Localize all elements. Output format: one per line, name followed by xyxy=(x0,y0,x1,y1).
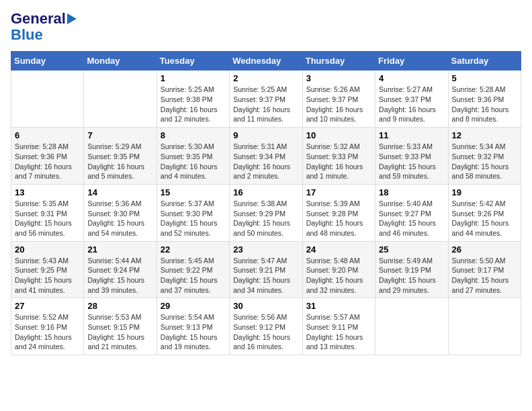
page-header: General Blue xyxy=(11,11,521,43)
day-number: 30 xyxy=(233,301,298,311)
header-sunday: Sunday xyxy=(11,52,84,71)
day-info: Sunrise: 5:29 AM Sunset: 9:35 PM Dayligh… xyxy=(87,142,152,181)
day-number: 1 xyxy=(161,73,226,83)
day-number: 5 xyxy=(452,73,517,83)
calendar-cell: 3Sunrise: 5:26 AM Sunset: 9:37 PM Daylig… xyxy=(302,71,375,128)
day-info: Sunrise: 5:28 AM Sunset: 9:36 PM Dayligh… xyxy=(15,142,80,181)
calendar-cell: 9Sunrise: 5:31 AM Sunset: 9:34 PM Daylig… xyxy=(230,128,302,185)
day-number: 4 xyxy=(379,73,444,83)
calendar-cell: 27Sunrise: 5:52 AM Sunset: 9:16 PM Dayli… xyxy=(11,298,84,355)
day-number: 11 xyxy=(379,130,444,140)
day-number: 31 xyxy=(306,301,371,311)
calendar-week-5: 27Sunrise: 5:52 AM Sunset: 9:16 PM Dayli… xyxy=(11,298,521,355)
day-info: Sunrise: 5:45 AM Sunset: 9:22 PM Dayligh… xyxy=(161,256,226,295)
day-info: Sunrise: 5:40 AM Sunset: 9:27 PM Dayligh… xyxy=(379,199,444,238)
day-info: Sunrise: 5:34 AM Sunset: 9:32 PM Dayligh… xyxy=(452,142,517,181)
day-number: 19 xyxy=(452,187,517,197)
day-info: Sunrise: 5:48 AM Sunset: 9:20 PM Dayligh… xyxy=(306,256,371,295)
day-info: Sunrise: 5:39 AM Sunset: 9:28 PM Dayligh… xyxy=(306,199,371,238)
day-number: 2 xyxy=(233,73,298,83)
calendar-cell xyxy=(375,298,448,355)
header-monday: Monday xyxy=(84,52,157,71)
calendar-week-4: 20Sunrise: 5:43 AM Sunset: 9:25 PM Dayli… xyxy=(11,241,521,298)
day-number: 10 xyxy=(306,130,371,140)
calendar-week-1: 1Sunrise: 5:25 AM Sunset: 9:38 PM Daylig… xyxy=(11,71,521,128)
day-number: 9 xyxy=(233,130,298,140)
calendar-cell: 1Sunrise: 5:25 AM Sunset: 9:38 PM Daylig… xyxy=(157,71,229,128)
header-saturday: Saturday xyxy=(448,52,521,71)
day-number: 17 xyxy=(306,187,371,197)
day-number: 28 xyxy=(87,301,152,311)
day-info: Sunrise: 5:49 AM Sunset: 9:19 PM Dayligh… xyxy=(379,256,444,295)
calendar-cell: 11Sunrise: 5:33 AM Sunset: 9:33 PM Dayli… xyxy=(375,128,448,185)
day-number: 20 xyxy=(15,244,80,255)
calendar-table: SundayMondayTuesdayWednesdayThursdayFrid… xyxy=(11,51,521,355)
calendar-cell: 29Sunrise: 5:54 AM Sunset: 9:13 PM Dayli… xyxy=(157,298,229,355)
calendar-cell: 24Sunrise: 5:48 AM Sunset: 9:20 PM Dayli… xyxy=(302,241,375,298)
day-info: Sunrise: 5:56 AM Sunset: 9:12 PM Dayligh… xyxy=(233,312,298,352)
day-info: Sunrise: 5:54 AM Sunset: 9:13 PM Dayligh… xyxy=(161,312,226,352)
calendar-cell: 7Sunrise: 5:29 AM Sunset: 9:35 PM Daylig… xyxy=(84,128,157,185)
day-number: 15 xyxy=(161,187,226,197)
day-number: 29 xyxy=(161,301,226,311)
day-info: Sunrise: 5:35 AM Sunset: 9:31 PM Dayligh… xyxy=(15,199,80,238)
calendar-cell: 22Sunrise: 5:45 AM Sunset: 9:22 PM Dayli… xyxy=(157,241,229,298)
calendar-cell xyxy=(84,71,157,128)
calendar-cell: 20Sunrise: 5:43 AM Sunset: 9:25 PM Dayli… xyxy=(11,241,84,298)
calendar-cell: 31Sunrise: 5:57 AM Sunset: 9:11 PM Dayli… xyxy=(302,298,375,355)
logo-general: General xyxy=(11,11,66,27)
day-number: 14 xyxy=(87,187,152,197)
day-number: 25 xyxy=(379,244,444,255)
day-number: 26 xyxy=(452,244,517,255)
day-info: Sunrise: 5:25 AM Sunset: 9:38 PM Dayligh… xyxy=(161,85,226,124)
calendar-cell: 15Sunrise: 5:37 AM Sunset: 9:30 PM Dayli… xyxy=(157,184,229,241)
day-number: 27 xyxy=(15,301,80,311)
day-number: 22 xyxy=(161,244,226,255)
calendar-cell xyxy=(448,298,521,355)
day-info: Sunrise: 5:53 AM Sunset: 9:15 PM Dayligh… xyxy=(87,312,152,352)
day-info: Sunrise: 5:37 AM Sunset: 9:30 PM Dayligh… xyxy=(161,199,226,238)
day-number: 23 xyxy=(233,244,298,255)
day-info: Sunrise: 5:32 AM Sunset: 9:33 PM Dayligh… xyxy=(306,142,371,181)
calendar-cell: 2Sunrise: 5:25 AM Sunset: 9:37 PM Daylig… xyxy=(230,71,302,128)
day-info: Sunrise: 5:38 AM Sunset: 9:29 PM Dayligh… xyxy=(233,199,298,238)
day-info: Sunrise: 5:47 AM Sunset: 9:21 PM Dayligh… xyxy=(233,256,298,295)
calendar-cell: 17Sunrise: 5:39 AM Sunset: 9:28 PM Dayli… xyxy=(302,184,375,241)
calendar-cell: 25Sunrise: 5:49 AM Sunset: 9:19 PM Dayli… xyxy=(375,241,448,298)
calendar-cell: 16Sunrise: 5:38 AM Sunset: 9:29 PM Dayli… xyxy=(230,184,302,241)
calendar-cell: 4Sunrise: 5:27 AM Sunset: 9:37 PM Daylig… xyxy=(375,71,448,128)
calendar-cell: 6Sunrise: 5:28 AM Sunset: 9:36 PM Daylig… xyxy=(11,128,84,185)
day-number: 21 xyxy=(87,244,152,255)
day-info: Sunrise: 5:27 AM Sunset: 9:37 PM Dayligh… xyxy=(379,85,444,124)
calendar-cell: 23Sunrise: 5:47 AM Sunset: 9:21 PM Dayli… xyxy=(230,241,302,298)
logo-arrow-icon xyxy=(67,13,77,24)
day-number: 16 xyxy=(233,187,298,197)
header-thursday: Thursday xyxy=(302,52,375,71)
day-number: 12 xyxy=(452,130,517,140)
day-number: 13 xyxy=(15,187,80,197)
calendar-cell: 28Sunrise: 5:53 AM Sunset: 9:15 PM Dayli… xyxy=(84,298,157,355)
day-info: Sunrise: 5:44 AM Sunset: 9:24 PM Dayligh… xyxy=(87,256,152,295)
header-row: SundayMondayTuesdayWednesdayThursdayFrid… xyxy=(11,52,521,71)
day-number: 24 xyxy=(306,244,371,255)
logo: General Blue xyxy=(11,11,77,43)
day-info: Sunrise: 5:33 AM Sunset: 9:33 PM Dayligh… xyxy=(379,142,444,181)
calendar-cell: 30Sunrise: 5:56 AM Sunset: 9:12 PM Dayli… xyxy=(230,298,302,355)
calendar-cell: 5Sunrise: 5:28 AM Sunset: 9:36 PM Daylig… xyxy=(448,71,521,128)
day-info: Sunrise: 5:28 AM Sunset: 9:36 PM Dayligh… xyxy=(452,85,517,124)
day-number: 6 xyxy=(15,130,80,140)
calendar-cell: 21Sunrise: 5:44 AM Sunset: 9:24 PM Dayli… xyxy=(84,241,157,298)
calendar-cell: 19Sunrise: 5:42 AM Sunset: 9:26 PM Dayli… xyxy=(448,184,521,241)
day-info: Sunrise: 5:31 AM Sunset: 9:34 PM Dayligh… xyxy=(233,142,298,181)
header-tuesday: Tuesday xyxy=(157,52,229,71)
calendar-cell: 14Sunrise: 5:36 AM Sunset: 9:30 PM Dayli… xyxy=(84,184,157,241)
calendar-cell xyxy=(11,71,84,128)
calendar-cell: 12Sunrise: 5:34 AM Sunset: 9:32 PM Dayli… xyxy=(448,128,521,185)
day-info: Sunrise: 5:52 AM Sunset: 9:16 PM Dayligh… xyxy=(15,312,80,352)
day-number: 3 xyxy=(306,73,371,83)
calendar-cell: 26Sunrise: 5:50 AM Sunset: 9:17 PM Dayli… xyxy=(448,241,521,298)
day-info: Sunrise: 5:42 AM Sunset: 9:26 PM Dayligh… xyxy=(452,199,517,238)
day-info: Sunrise: 5:57 AM Sunset: 9:11 PM Dayligh… xyxy=(306,312,371,352)
header-wednesday: Wednesday xyxy=(230,52,302,71)
day-number: 18 xyxy=(379,187,444,197)
